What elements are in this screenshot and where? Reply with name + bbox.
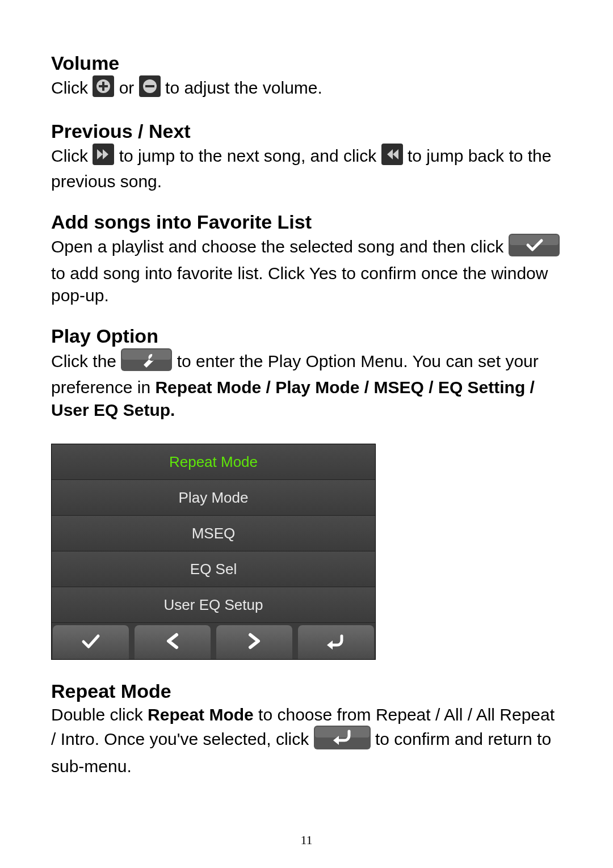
repeatmode-paragraph: Double click Repeat Mode to choose from … xyxy=(51,703,562,778)
volume-paragraph: Click or to adjust the volume. xyxy=(51,75,562,103)
heading-volume: Volume xyxy=(51,51,562,75)
svg-rect-6 xyxy=(145,85,154,87)
minus-icon xyxy=(139,75,161,103)
heading-repeat-mode: Repeat Mode xyxy=(51,679,562,703)
wrench-button-icon xyxy=(121,348,172,377)
confirm-button[interactable] xyxy=(53,625,129,659)
return-button-icon xyxy=(314,726,371,755)
text: to add song into favorite list. Click Ye… xyxy=(51,264,548,305)
check-icon xyxy=(81,633,100,652)
previous-icon xyxy=(381,144,403,171)
svg-rect-14 xyxy=(510,235,559,245)
text: Click xyxy=(51,78,93,96)
chevron-left-icon xyxy=(165,633,180,652)
menu-item-mseq[interactable]: MSEQ xyxy=(52,516,375,551)
repeatmode-bold: Repeat Mode xyxy=(148,705,254,724)
plus-icon xyxy=(93,75,114,103)
return-icon xyxy=(325,633,347,652)
svg-rect-16 xyxy=(122,349,171,360)
heading-prev-next: Previous / Next xyxy=(51,119,562,144)
menu-item-user-eq-setup[interactable]: User EQ Setup xyxy=(52,587,375,623)
menu-item-play-mode[interactable]: Play Mode xyxy=(52,480,375,516)
menu-toolbar xyxy=(52,623,375,659)
heading-play-option: Play Option xyxy=(51,324,562,348)
text: to jump to the next song, and click xyxy=(119,146,381,165)
text: to adjust the volume. xyxy=(165,78,322,96)
text: Click the xyxy=(51,351,121,370)
playoption-paragraph: Click the to enter the Play Option Menu.… xyxy=(51,348,562,422)
left-button[interactable] xyxy=(135,625,211,659)
document-page: Volume Click or to adjust the volume. Pr… xyxy=(0,0,613,868)
check-button-icon xyxy=(509,234,560,262)
page-number: 11 xyxy=(0,833,613,848)
heading-favorite: Add songs into Favorite List xyxy=(51,210,562,234)
chevron-right-icon xyxy=(247,633,262,652)
text: Double click xyxy=(51,705,148,724)
next-icon xyxy=(93,144,114,171)
prevnext-paragraph: Click to jump to the next song, and clic… xyxy=(51,144,562,193)
text: Click xyxy=(51,146,93,165)
svg-rect-19 xyxy=(315,727,370,738)
svg-rect-3 xyxy=(99,85,108,87)
menu-item-repeat-mode[interactable]: Repeat Mode xyxy=(52,444,375,480)
text: or xyxy=(119,78,139,96)
text: Open a playlist and choose the selected … xyxy=(51,237,509,256)
svg-marker-17 xyxy=(327,641,333,650)
menu-item-eq-sel[interactable]: EQ Sel xyxy=(52,551,375,587)
play-option-menu: Repeat Mode Play Mode MSEQ EQ Sel User E… xyxy=(51,444,376,660)
return-button[interactable] xyxy=(298,625,374,659)
right-button[interactable] xyxy=(216,625,292,659)
favorite-paragraph: Open a playlist and choose the selected … xyxy=(51,234,562,307)
